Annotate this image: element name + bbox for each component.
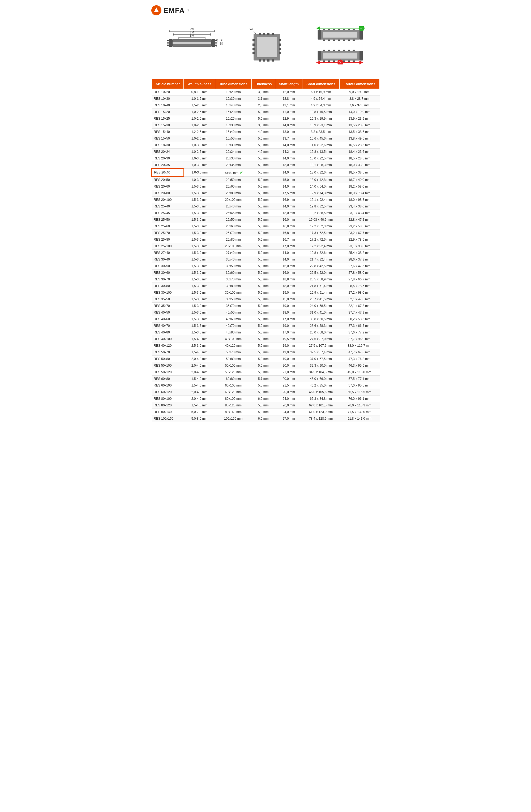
table-cell: RES 15x30 (152, 122, 184, 129)
table-row: RES 10x301,0-1,5 mm10x30 mm3,1 mm12,8 mm… (152, 96, 380, 102)
table-cell: 1,5-4,0 mm (184, 402, 215, 409)
table-cell: 4,9 x 34,3 mm (303, 102, 339, 109)
table-cell: RES 30x40 (152, 256, 184, 263)
table-cell: 1,5-3,0 mm (184, 316, 215, 322)
table-cell: 37,6 x 77,2 mm (339, 329, 379, 336)
table-cell: 37,0 x 67,5 mm (303, 356, 339, 362)
table-cell: 22,8 x 47,2 mm (339, 216, 379, 223)
table-cell: 25x45 mm (215, 210, 251, 216)
table-cell: RES 60x100 (152, 382, 184, 389)
table-cell: 20,0 mm (275, 362, 303, 369)
table-cell: 1,0-2,0 mm (184, 115, 215, 122)
table-cell: 1,5-3,0 mm (184, 289, 215, 296)
table-row: RES 35x701,5-3,0 mm35x70 mm5,0 mm19,0 mm… (152, 303, 380, 309)
svg-rect-46 (252, 44, 255, 46)
table-cell: 5,0 mm (251, 197, 275, 203)
table-cell: 5,0 mm (251, 256, 275, 263)
table-cell: 60x80 mm (215, 376, 251, 382)
table-row: RES 50x1202,0-4,0 mm50x120 mm5,0 mm21,0 … (152, 369, 380, 376)
table-cell: 27,5 x 107,6 mm (303, 343, 339, 349)
table-cell: 5,0 mm (251, 236, 275, 243)
table-cell: 1,5-3,0 mm (184, 236, 215, 243)
table-cell: 30x60 mm (215, 270, 251, 276)
svg-rect-86 (323, 60, 325, 62)
table-cell: 5,0 mm (251, 349, 275, 356)
svg-rect-45 (252, 39, 255, 41)
svg-text:✓: ✓ (360, 26, 363, 30)
table-cell: 40x80 mm (215, 329, 251, 336)
table-cell: 1,0-2,0 mm (184, 122, 215, 129)
svg-rect-36 (257, 37, 277, 57)
table-row: RES 30x1001,5-3,0 mm30x100 mm5,0 mm15,0 … (152, 289, 380, 296)
table-cell: 25x60 mm (215, 223, 251, 230)
svg-rect-62 (338, 29, 339, 30)
logo-text: EMFA (164, 6, 185, 15)
table-cell: 21,8 x 71,4 mm (303, 283, 339, 289)
table-cell: 12,1 x 92,4 mm (303, 197, 339, 203)
table-cell: 5,0 mm (251, 276, 275, 283)
table-cell: 32,1 x 67,3 mm (339, 303, 379, 309)
svg-rect-79 (323, 49, 325, 51)
col-thickness: Thickness (251, 79, 275, 89)
col-louver-dimensions: Louver dimensions (339, 79, 379, 89)
svg-rect-63 (343, 29, 345, 30)
svg-rect-48 (252, 52, 255, 54)
svg-rect-23 (215, 42, 216, 44)
table-row: RES 40x1202,5-3,0 mm40x120 mm5,0 mm19,0 … (152, 343, 380, 349)
table-cell: 5,0 mm (251, 210, 275, 216)
table-cell: 5,0 mm (251, 190, 275, 197)
table-row: RES 60x1001,5-4,0 mm60x100 mm5,0 mm21,5 … (152, 382, 380, 389)
table-cell: 31,0 x 41,0 mm (303, 309, 339, 316)
table-cell: 71,5 x 132,0 mm (339, 409, 379, 416)
table-cell: RES 20x100 (152, 197, 184, 203)
table-cell: 17,2 x 52,3 mm (303, 223, 339, 230)
table-cell: 23,1 x 98,3 mm (339, 243, 379, 250)
table-cell: 1,5-3,0 mm (184, 216, 215, 223)
table-cell: 17,2 x 72,6 mm (303, 236, 339, 243)
table-cell: 15,0 mm (275, 176, 303, 183)
table-cell: 13,7 mm (275, 135, 303, 142)
table-cell: 23,2 x 67,7 mm (339, 230, 379, 236)
table-row: RES 20x1001,5-3,0 mm20x100 mm5,0 mm16,9 … (152, 197, 380, 203)
table-cell: RES 20x24 (152, 148, 184, 155)
table-cell: 5,0 mm (251, 109, 275, 115)
table-cell: 10x40 mm (215, 102, 251, 109)
table-cell: 91,8 x 141,0 mm (339, 416, 379, 422)
svg-rect-78 (323, 53, 358, 58)
svg-rect-21 (167, 45, 169, 46)
table-cell: RES 40x100 (152, 336, 184, 343)
table-cell: 1,0-3,0 mm (184, 162, 215, 169)
svg-rect-38 (263, 33, 265, 35)
table-row: RES 40x601,5-3,0 mm40x60 mm5,0 mm17,0 mm… (152, 316, 380, 322)
diagram-correct-incorrect: ✓ (311, 26, 369, 66)
table-cell: RES 25x40 (152, 203, 184, 210)
table-cell: 61,0 x 123,0 mm (303, 409, 339, 416)
table-cell: 30x50 mm (215, 263, 251, 270)
table-cell: 18,2 x 58,0 mm (339, 183, 379, 190)
svg-text:SM: SM (190, 34, 194, 37)
svg-rect-24 (215, 45, 216, 46)
table-cell: 16,0 mm (275, 263, 303, 270)
table-cell: RES 25x45 (152, 210, 184, 216)
table-cell: 16,0 mm (275, 270, 303, 276)
table-cell: RES 25x50 (152, 216, 184, 223)
table-cell: 2,0-4,0 mm (184, 395, 215, 402)
table-cell: 76,0 x 96,1 mm (339, 395, 379, 402)
table-cell: 17,3 x 62,5 mm (303, 230, 339, 236)
table-cell: 5,0 mm (251, 223, 275, 230)
table-cell: 5,0 mm (251, 329, 275, 336)
table-cell: 14,0 mm (275, 169, 303, 176)
table-cell: RES 20x35 (152, 162, 184, 169)
table-cell: 19,0 mm (275, 303, 303, 309)
svg-rect-43 (267, 59, 269, 61)
table-cell: 1,5-4,0 mm (184, 336, 215, 343)
table-cell: 25x50 mm (215, 216, 251, 223)
table-cell: 4,9 x 24,4 mm (303, 96, 339, 102)
table-cell: 1,5-4,0 mm (184, 382, 215, 389)
table-cell: 5,0 mm (251, 115, 275, 122)
table-cell: RES 10x20 (152, 89, 184, 96)
table-cell: 20x40 mm ✓ (215, 169, 251, 176)
table-cell: 6,0 mm (251, 416, 275, 422)
table-cell: 10,3 x 19,9 mm (303, 115, 339, 122)
table-cell: 5,8 mm (251, 409, 275, 416)
